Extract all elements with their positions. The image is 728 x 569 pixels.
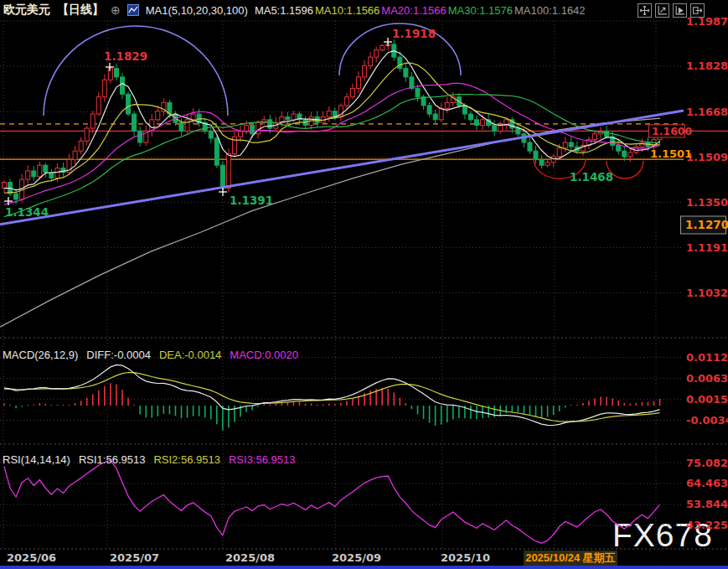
candle	[363, 65, 367, 77]
candle	[445, 102, 449, 108]
candle	[79, 141, 83, 151]
candle	[569, 142, 573, 147]
price-annotation: 1.1468	[570, 170, 613, 184]
candle	[245, 126, 249, 132]
candle	[239, 131, 243, 137]
ma20-line	[4, 83, 660, 204]
candle	[640, 142, 644, 147]
x-axis-label: 2025/07	[110, 551, 159, 564]
candle	[191, 114, 195, 120]
candle	[3, 183, 7, 189]
x-axis-label: 2025/10	[441, 551, 490, 564]
highlighted-date-label: 2025/10/24 星期五	[524, 551, 617, 566]
svg-text:1.1270: 1.1270	[685, 218, 728, 231]
axis-zoom-icon[interactable]	[655, 3, 669, 18]
indicator-value-label: MACD(26,12,9)	[3, 349, 78, 361]
candle	[73, 151, 77, 159]
period-tag: 【日线】	[57, 3, 104, 18]
candle	[545, 163, 550, 165]
candle	[132, 114, 137, 131]
candle	[344, 97, 349, 106]
candle	[102, 80, 106, 96]
rsi-header: RSI(14,14,14)RSI1:56.9513RSI2:56.9513RSI…	[3, 453, 295, 466]
candle	[85, 128, 89, 141]
candle	[357, 77, 361, 89]
candle	[38, 165, 42, 177]
x-axis-label: 2025/06	[7, 551, 56, 564]
candle	[468, 114, 472, 120]
svg-text:0.0015: 0.0015	[686, 393, 728, 406]
candle	[605, 131, 609, 137]
price-axis: 1.19871.18281.16681.15091.13501.11911.10…	[649, 15, 728, 532]
macd-diff-line	[4, 365, 660, 425]
candle	[493, 126, 497, 132]
candle	[250, 126, 255, 134]
candle	[268, 120, 272, 128]
toolbar	[638, 3, 705, 18]
candle	[498, 126, 503, 132]
indicator-value-label: RSI3:56.9513	[229, 453, 296, 466]
candle	[433, 114, 437, 120]
candle	[14, 194, 18, 199]
svg-text:1.1509: 1.1509	[686, 151, 728, 163]
candle	[462, 106, 467, 114]
expand-icon[interactable]: ⊕	[111, 3, 121, 17]
annotations: 1.13441.18291.13911.19181.1468	[4, 27, 613, 219]
svg-text:-0.0034: -0.0034	[686, 414, 728, 427]
chart-canvas[interactable]: 1.13441.18291.13911.19181.14681.19871.18…	[0, 0, 728, 569]
svg-text:1.1828: 1.1828	[686, 59, 728, 72]
candle	[369, 57, 373, 65]
candle	[622, 151, 627, 157]
price-annotation: 1.1918	[392, 27, 436, 40]
svg-text:0.0112: 0.0112	[686, 351, 728, 364]
candle	[557, 148, 561, 157]
candle	[220, 165, 225, 188]
axis-play-icon[interactable]	[673, 3, 687, 18]
price-annotation: 1.1391	[230, 194, 273, 207]
pan-icon[interactable]	[638, 3, 652, 18]
svg-text:64.4631: 64.4631	[686, 477, 728, 489]
candle	[563, 142, 567, 148]
candle	[427, 106, 431, 114]
chart-window: 欧元美元 【日线】 ⊕ MA1(5,10,20,30,100) MA5:1.15…	[0, 0, 728, 569]
indicator-value-label: MA30:1.1576	[448, 4, 513, 17]
candle	[44, 165, 48, 172]
candle	[593, 134, 597, 140]
pane-export-icon[interactable]	[690, 3, 705, 18]
indicator-value-label: RSI2:56.9513	[153, 453, 220, 466]
svg-text:1.1191: 1.1191	[686, 241, 728, 254]
candle	[209, 131, 213, 137]
candle	[404, 69, 408, 77]
indicator-value-label: MA100:1.1642	[514, 4, 586, 17]
macd-header: MACD(26,12,9)DIFF:-0.0004DEA:-0.0014MACD…	[3, 349, 298, 361]
ma-values: MA5:1.1596MA10:1.1566MA20:1.1566MA30:1.1…	[255, 4, 587, 17]
macd-dea-line	[4, 373, 660, 422]
horizontal-scrollbar[interactable]	[0, 566, 728, 569]
candle	[114, 69, 118, 77]
x-axis-label: 2025/09	[332, 551, 381, 564]
indicator-value-label: MA20:1.1566	[381, 4, 446, 17]
candle	[90, 114, 95, 128]
candle	[156, 111, 160, 120]
candle	[256, 122, 261, 134]
candle	[528, 142, 532, 151]
candle	[398, 57, 402, 69]
x-axis-label: 2025/08	[225, 551, 275, 564]
svg-text:0.0063: 0.0063	[686, 372, 728, 385]
candle	[55, 168, 59, 178]
candlestick-chart-icon	[127, 4, 139, 16]
ma-params-label: MA1(5,10,20,30,100)	[146, 4, 248, 17]
svg-text:43.2250: 43.2250	[686, 519, 728, 531]
indicator-value-label: MA5:1.1596	[255, 4, 313, 17]
candle	[226, 154, 230, 189]
candle	[126, 94, 131, 114]
price-annotation: 1.1344	[5, 205, 49, 219]
candle	[32, 171, 36, 177]
candle	[350, 88, 354, 96]
candle	[138, 131, 142, 142]
candle	[49, 173, 54, 178]
candle	[439, 108, 443, 120]
price-annotation: 1.1829	[104, 49, 147, 63]
indicator-value-label: MA10:1.1566	[315, 4, 379, 17]
indicator-value-label: RSI1:56.9513	[79, 453, 146, 466]
